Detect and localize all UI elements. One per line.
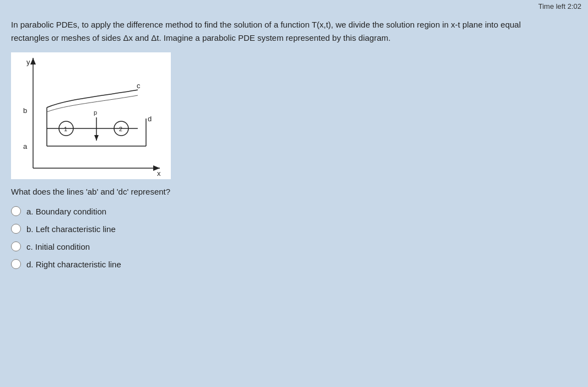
radio-c[interactable] bbox=[11, 241, 21, 251]
what-line-question: What does the lines 'ab' and 'dc' repres… bbox=[11, 187, 571, 196]
option-label-c: c. Initial condition bbox=[26, 242, 90, 251]
option-row-b[interactable]: b. Left characteristic line bbox=[11, 224, 571, 234]
option-row-d[interactable]: d. Right characteristic line bbox=[11, 259, 571, 269]
options-list: a. Boundary conditionb. Left characteris… bbox=[11, 206, 571, 269]
radio-d[interactable] bbox=[11, 259, 21, 269]
radio-b[interactable] bbox=[11, 224, 21, 234]
diagram-container bbox=[11, 52, 171, 179]
option-label-a: a. Boundary condition bbox=[26, 207, 106, 216]
option-row-c[interactable]: c. Initial condition bbox=[11, 241, 571, 251]
top-bar: Time left 2:02 bbox=[0, 0, 588, 13]
content: In parabolic PDEs, to apply the differen… bbox=[0, 13, 588, 280]
question-text: In parabolic PDEs, to apply the differen… bbox=[11, 18, 529, 45]
option-label-d: d. Right characteristic line bbox=[26, 260, 121, 269]
option-label-b: b. Left characteristic line bbox=[26, 224, 116, 234]
diagram-canvas bbox=[11, 52, 171, 179]
timer: Time left 2:02 bbox=[538, 2, 581, 10]
option-row-a[interactable]: a. Boundary condition bbox=[11, 206, 571, 216]
radio-a[interactable] bbox=[11, 206, 21, 216]
